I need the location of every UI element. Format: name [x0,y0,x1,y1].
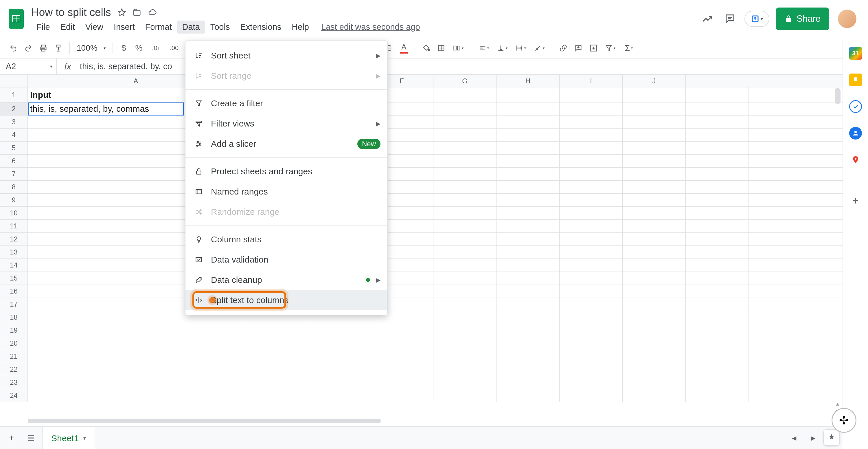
row-header-13[interactable]: 13 [0,246,28,259]
row-header-8[interactable]: 8 [0,181,28,194]
row-header-9[interactable]: 9 [0,194,28,207]
cell-generic[interactable] [560,376,623,389]
cell-generic[interactable] [560,194,623,206]
cell-generic[interactable] [686,376,749,389]
cell-generic[interactable] [496,311,560,324]
cell-generic[interactable] [623,181,686,193]
row-header-21[interactable]: 21 [0,350,28,363]
cell-generic[interactable] [244,376,307,389]
cell-generic[interactable] [496,259,560,272]
menu-help[interactable]: Help [286,21,314,34]
account-avatar[interactable] [838,9,857,28]
insert-link-button[interactable] [556,41,570,55]
cell-generic[interactable] [560,87,623,102]
cell-generic[interactable] [686,128,749,141]
move-icon[interactable] [132,8,141,17]
maps-icon[interactable] [849,153,862,166]
explore-button[interactable] [824,429,840,446]
cell-generic[interactable] [496,194,560,206]
cell-generic[interactable] [686,246,749,259]
cell-generic[interactable] [307,337,370,350]
cell-generic[interactable] [686,87,749,102]
cell-generic[interactable] [686,259,749,272]
cell-generic[interactable] [433,155,496,167]
row-header-4[interactable]: 4 [0,128,28,142]
row-header-22[interactable]: 22 [0,363,28,376]
contacts-icon[interactable] [849,127,862,140]
cell-generic[interactable] [560,272,623,285]
menu-tools[interactable]: Tools [205,21,235,34]
cloud-status-icon[interactable] [148,8,157,17]
insert-comment-button[interactable] [571,41,585,55]
cell-generic[interactable] [623,272,686,285]
cell-generic[interactable] [560,311,623,324]
cell-generic[interactable] [560,337,623,350]
cell-generic[interactable] [623,350,686,363]
vertical-scrollbar[interactable]: ▲ ▼ [834,88,841,415]
cell-generic[interactable] [686,233,749,245]
cell-generic[interactable] [560,363,623,376]
cell-generic[interactable] [560,168,623,180]
cell-generic[interactable] [686,311,749,324]
row-header-19[interactable]: 19 [0,324,28,337]
cell-generic[interactable] [560,259,623,272]
cell-generic[interactable] [560,350,623,363]
row-header-5[interactable]: 5 [0,142,28,155]
calendar-icon[interactable]: 31 [849,47,862,60]
menu-extensions[interactable]: Extensions [235,21,286,34]
cell-generic[interactable] [623,168,686,180]
cell-generic[interactable] [370,337,433,350]
name-box[interactable]: A2 [0,58,57,74]
cell-generic[interactable] [433,207,496,219]
text-rotation-button[interactable]: A▾ [531,41,548,55]
cell-generic[interactable] [686,337,749,350]
cell-generic[interactable] [623,311,686,324]
cell-generic[interactable] [560,128,623,141]
cell-generic[interactable] [496,128,560,141]
cell-A19[interactable] [28,324,244,337]
cell-generic[interactable] [560,324,623,337]
cell-generic[interactable] [496,233,560,245]
cell-generic[interactable] [623,102,686,115]
cell-generic[interactable] [307,350,370,363]
cell-generic[interactable] [307,389,370,402]
cell-generic[interactable] [244,337,307,350]
cell-generic[interactable] [433,350,496,363]
row-header-1[interactable]: 1 [0,87,28,102]
cell-generic[interactable] [307,376,370,389]
cell-generic[interactable] [686,181,749,193]
cell-generic[interactable] [623,87,686,102]
cell-generic[interactable] [560,181,623,193]
cell-generic[interactable] [560,116,623,128]
row-header-18[interactable]: 18 [0,311,28,324]
menu-edit[interactable]: Edit [55,21,80,34]
cell-generic[interactable] [686,194,749,206]
menu-file[interactable]: File [31,21,55,34]
cell-generic[interactable] [623,285,686,298]
cell-generic[interactable] [307,324,370,337]
cell-generic[interactable] [623,337,686,350]
cell-generic[interactable] [433,142,496,154]
cell-generic[interactable] [433,285,496,298]
text-wrap-button[interactable]: ▾ [512,41,529,55]
row-header-2[interactable]: 2 [0,102,28,116]
cell-generic[interactable] [623,128,686,141]
cell-generic[interactable] [307,363,370,376]
row-header-17[interactable]: 17 [0,298,28,311]
borders-button[interactable] [434,41,448,55]
all-sheets-button[interactable] [23,429,40,447]
cell-generic[interactable] [686,155,749,167]
text-color-button[interactable]: A [397,41,411,55]
cell-generic[interactable] [433,246,496,259]
cell-generic[interactable] [433,233,496,245]
menu-data[interactable]: Data [177,21,205,34]
col-header-G[interactable]: G [433,75,496,87]
data-menu-data-cleanup[interactable]: Data cleanup▶ [185,270,388,290]
data-menu-sort-sheet[interactable]: Sort sheet▶ [185,46,388,66]
cell-generic[interactable] [623,220,686,233]
cell-generic[interactable] [496,246,560,259]
cell-A20[interactable] [28,337,244,350]
cell-generic[interactable] [370,389,433,402]
cell-generic[interactable] [686,116,749,128]
cell-generic[interactable] [623,363,686,376]
